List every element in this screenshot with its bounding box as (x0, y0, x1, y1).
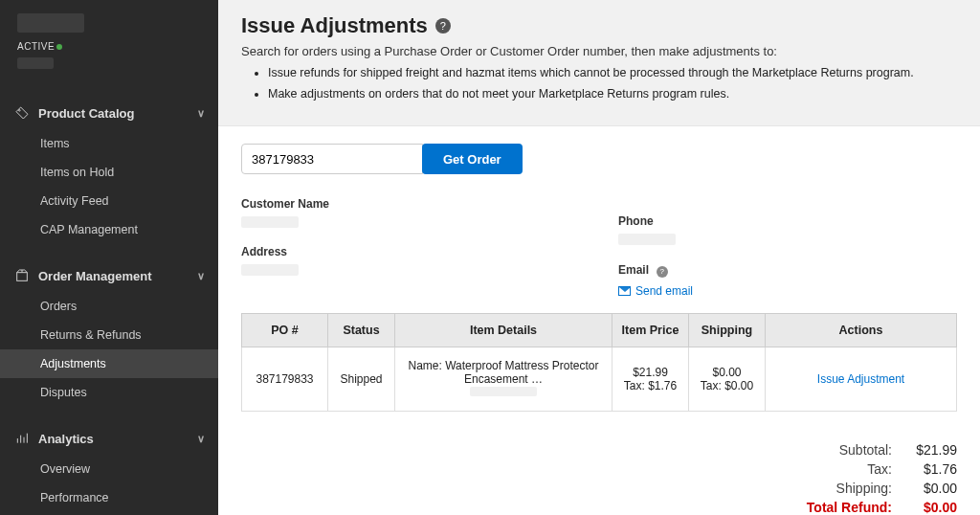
cell-shipping: $0.00 Tax: $0.00 (689, 347, 766, 412)
sidebar-item-activity-feed[interactable]: Activity Feed (0, 187, 218, 215)
sidebar-item-returns-refunds[interactable]: Returns & Refunds (0, 321, 218, 349)
section-product-catalog[interactable]: Product Catalog ∨ (0, 97, 218, 129)
shipping-label: Shipping: (787, 481, 892, 496)
customer-name-value (241, 216, 299, 228)
customer-col-right: Phone Email ? Send email (618, 197, 957, 298)
order-search: Get Order (241, 144, 957, 174)
get-order-button[interactable]: Get Order (422, 144, 523, 174)
table-row: 387179833 Shipped Name: Waterproof Mattr… (242, 347, 957, 412)
subtotal-value: $21.99 (900, 442, 957, 458)
page-title: Issue Adjustments ? (241, 13, 957, 38)
help-icon-small[interactable]: ? (657, 266, 668, 278)
subtotal-label: Subtotal: (787, 442, 892, 458)
section-label: Product Catalog (38, 106, 134, 121)
refund-label: Total Refund: (787, 500, 892, 515)
seller-name-redacted (17, 13, 84, 33)
sidebar-item-cap-management[interactable]: CAP Management (0, 215, 218, 244)
sidebar-item-overview[interactable]: Overview (0, 455, 218, 483)
chart-icon (13, 430, 31, 447)
sidebar-item-disputes[interactable]: Disputes (0, 378, 218, 407)
chevron-down-icon: ∨ (197, 270, 205, 282)
col-shipping: Shipping (689, 314, 766, 347)
tax-label: Tax: (787, 461, 892, 477)
order-lines-table: PO # Status Item Details Item Price Ship… (241, 313, 957, 412)
chevron-down-icon: ∨ (197, 433, 205, 445)
section-label: Order Management (38, 269, 151, 283)
col-details: Item Details (395, 314, 612, 347)
address-value (241, 264, 299, 276)
section-order-management[interactable]: Order Management ∨ (0, 259, 218, 292)
help-icon[interactable]: ? (435, 18, 451, 34)
intro-bullets: Issue refunds for shipped freight and ha… (268, 66, 957, 101)
page-header: Issue Adjustments ? Search for orders us… (218, 0, 980, 126)
sidebar-item-orders[interactable]: Orders (0, 292, 218, 321)
svg-point-0 (19, 110, 21, 112)
send-email-link[interactable]: Send email (618, 284, 957, 298)
cell-price: $21.99 Tax: $1.76 (612, 347, 689, 412)
main-content: Issue Adjustments ? Search for orders us… (218, 0, 980, 515)
sidebar-item-items[interactable]: Items (0, 129, 218, 158)
cell-actions: Issue Adjustment (766, 347, 957, 412)
section-analytics[interactable]: Analytics ∨ (0, 422, 218, 455)
phone-value (618, 234, 676, 245)
shipping-value: $0.00 (900, 481, 957, 496)
col-price: Item Price (612, 314, 689, 347)
envelope-icon (618, 286, 631, 296)
email-label: Email (618, 263, 649, 277)
status-dot-icon (56, 44, 62, 50)
sidebar-item-items-on-hold[interactable]: Items on Hold (0, 158, 218, 187)
sidebar-item-adjustments[interactable]: Adjustments (0, 349, 218, 378)
tax-value: $1.76 (900, 461, 957, 477)
col-status: Status (328, 314, 395, 347)
cell-po: 387179833 (242, 347, 328, 412)
cell-status: Shipped (328, 347, 395, 412)
refund-value: $0.00 (900, 500, 957, 515)
cell-item-details: Name: Waterproof Mattress Protector Enca… (395, 347, 612, 412)
phone-label: Phone (618, 214, 957, 228)
order-totals: Subtotal:$21.99 Tax:$1.76 Shipping:$0.00… (787, 438, 957, 515)
svg-rect-1 (17, 273, 28, 281)
seller-info-block: ACTIVE (0, 8, 218, 81)
page-intro: Search for orders using a Purchase Order… (241, 44, 957, 58)
intro-bullet: Make adjustments on orders that do not m… (268, 87, 957, 101)
box-icon (13, 267, 31, 284)
section-label: Analytics (38, 432, 94, 446)
sidebar: ACTIVE Product Catalog ∨ Items Items on … (0, 0, 218, 515)
item-sub-redacted (470, 387, 537, 396)
order-number-input[interactable] (241, 144, 423, 174)
col-actions: Actions (766, 314, 957, 347)
address-label: Address (241, 245, 580, 258)
customer-col-left: Customer Name Address (241, 197, 580, 298)
customer-name-label: Customer Name (241, 197, 580, 211)
seller-sub-redacted (17, 57, 54, 69)
col-po: PO # (242, 314, 328, 347)
intro-bullet: Issue refunds for shipped freight and ha… (268, 66, 957, 79)
tag-icon (13, 104, 31, 122)
chevron-down-icon: ∨ (197, 107, 205, 120)
status-active: ACTIVE (17, 41, 201, 52)
sidebar-item-performance[interactable]: Performance (0, 483, 218, 512)
issue-adjustment-link[interactable]: Issue Adjustment (817, 372, 904, 386)
